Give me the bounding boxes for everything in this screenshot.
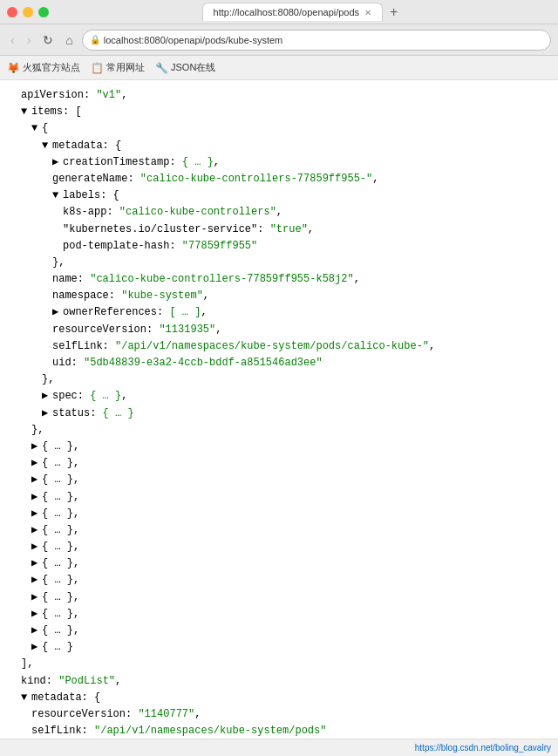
minimize-button[interactable] xyxy=(23,7,33,17)
collapse-arrow[interactable]: ▶ xyxy=(52,304,63,321)
json-punct: , xyxy=(214,156,220,168)
close-button[interactable] xyxy=(7,7,17,17)
collapse-arrow[interactable]: ▶ xyxy=(31,623,42,639)
tab-close-button[interactable]: ✕ xyxy=(364,8,371,17)
json-line: ▶ { … }, xyxy=(10,455,548,472)
json-key: selfLink: xyxy=(31,725,94,737)
security-icon: 🔒 xyxy=(90,35,100,44)
json-key: creationTimestamp: xyxy=(63,156,182,168)
json-line: ▶ { … }, xyxy=(10,439,548,455)
json-line: kind: "PodList", xyxy=(10,673,548,690)
json-key: apiVersion: xyxy=(21,89,96,101)
json-content: apiVersion: "v1",▼ items: [▼ {▼ metadata… xyxy=(0,80,558,739)
json-punct: , xyxy=(121,390,127,402)
json-line: ▶ { … }, xyxy=(10,472,548,488)
json-line: ▶ spec: { … }, xyxy=(10,388,548,405)
json-key: metadata: xyxy=(52,140,115,152)
json-line: apiVersion: "v1", xyxy=(10,87,548,104)
json-line: ▶ { … }, xyxy=(10,606,548,623)
bookmark-json[interactable]: 🔧 JSON在线 xyxy=(155,61,215,74)
json-line: name: "calico-kube-controllers-77859ff95… xyxy=(10,271,548,288)
bookmark-common[interactable]: 📋 常用网址 xyxy=(91,61,145,74)
status-url: https://blog.csdn.net/boling_cavalry xyxy=(415,743,551,753)
collapse-arrow[interactable]: ▶ xyxy=(31,489,42,506)
statusbar: https://blog.csdn.net/boling_cavalry xyxy=(0,739,558,756)
json-line: ▶ { … }, xyxy=(10,522,548,539)
collapse-arrow[interactable]: ▶ xyxy=(31,539,42,555)
collapse-arrow[interactable]: ▼ xyxy=(21,104,31,120)
active-tab[interactable]: http://localhost:8080/openapi/pods ✕ xyxy=(202,3,384,21)
json-line: ▶ { … } xyxy=(10,639,548,656)
json-line: ▶ { … }, xyxy=(10,555,548,572)
json-key: { … } xyxy=(42,457,73,469)
json-line: ▼ metadata: { xyxy=(10,690,548,706)
json-value: "5db48839-e3a2-4ccb-bddf-a851546ad3ee" xyxy=(84,357,323,369)
json-punct: , xyxy=(194,708,201,720)
json-punct: , xyxy=(115,675,121,687)
new-tab-button[interactable]: + xyxy=(390,4,398,20)
forward-button[interactable]: › xyxy=(24,31,35,49)
json-key: generateName: xyxy=(52,173,140,185)
titlebar: http://localhost:8080/openapi/pods ✕ + xyxy=(0,0,558,24)
collapse-arrow[interactable]: ▶ xyxy=(31,522,42,539)
json-line: ▶ status: { … } xyxy=(10,405,548,422)
json-punct: , xyxy=(73,491,79,503)
json-key: uid: xyxy=(52,357,84,369)
bookmarks-bar: 🦊 火狐官方站点 📋 常用网址 🔧 JSON在线 xyxy=(0,56,558,80)
json-line: generateName: "calico-kube-controllers-7… xyxy=(10,171,548,187)
json-value: [ … ] xyxy=(169,306,201,318)
json-line: ▶ { … }, xyxy=(10,623,548,639)
bookmark-firefox[interactable]: 🦊 火狐官方站点 xyxy=(7,61,80,74)
json-key: metadata: xyxy=(31,691,94,704)
collapse-arrow[interactable]: ▼ xyxy=(21,690,31,706)
json-punct: , xyxy=(308,223,314,235)
json-key: { … } xyxy=(42,507,73,520)
collapse-arrow[interactable]: ▶ xyxy=(31,472,42,488)
json-value: "true" xyxy=(270,223,308,235)
collapse-arrow[interactable]: ▶ xyxy=(31,439,42,455)
json-key: { … } xyxy=(42,574,73,586)
json-key: { xyxy=(42,122,48,134)
maximize-button[interactable] xyxy=(38,7,49,17)
json-punct: , xyxy=(203,289,209,302)
json-punct: , xyxy=(73,624,79,637)
json-line: ▼ { xyxy=(10,120,548,137)
json-punct: [ xyxy=(75,106,81,118)
collapse-arrow[interactable]: ▶ xyxy=(42,388,52,405)
collapse-arrow[interactable]: ▶ xyxy=(31,572,42,589)
bookmark-json-label: JSON在线 xyxy=(171,61,215,74)
collapse-arrow[interactable]: ▶ xyxy=(31,455,42,472)
json-line: }, xyxy=(10,371,548,388)
json-punct: , xyxy=(73,473,79,486)
tab-bar: http://localhost:8080/openapi/pods ✕ + xyxy=(49,3,551,21)
json-value: "calico-kube-controllers-77859ff955-k58j… xyxy=(90,273,353,285)
json-punct: , xyxy=(372,173,378,185)
back-button[interactable]: ‹ xyxy=(7,31,18,49)
collapse-arrow[interactable]: ▶ xyxy=(31,589,42,606)
json-line: namespace: "kube-system", xyxy=(10,288,548,304)
json-punct: , xyxy=(73,557,79,569)
collapse-arrow[interactable]: ▼ xyxy=(52,187,63,204)
address-bar[interactable]: 🔒 localhost:8080/openapi/pods/kube-syste… xyxy=(82,30,551,51)
json-line: ▶ { … }, xyxy=(10,539,548,555)
json-value: "kube-system" xyxy=(121,289,203,302)
collapse-arrow[interactable]: ▶ xyxy=(31,506,42,522)
json-punct: , xyxy=(73,591,79,603)
collapse-arrow[interactable]: ▶ xyxy=(52,154,63,171)
json-key: { … } xyxy=(42,608,73,620)
json-value: { … } xyxy=(90,390,121,402)
collapse-arrow[interactable]: ▶ xyxy=(31,555,42,572)
home-button[interactable]: ⌂ xyxy=(62,31,76,49)
json-key: items: xyxy=(31,106,75,118)
collapse-arrow[interactable]: ▶ xyxy=(31,606,42,623)
collapse-arrow[interactable]: ▶ xyxy=(42,405,52,422)
collapse-arrow[interactable]: ▼ xyxy=(31,120,42,137)
json-line: ▼ items: [ xyxy=(10,104,548,120)
reload-button[interactable]: ↻ xyxy=(39,31,57,49)
json-key: { … } xyxy=(42,541,73,553)
collapse-arrow[interactable]: ▼ xyxy=(42,138,52,154)
json-key: k8s-app: xyxy=(63,206,119,218)
collapse-arrow[interactable]: ▶ xyxy=(31,639,42,656)
json-punct: { xyxy=(115,140,121,152)
json-punct: , xyxy=(73,457,79,469)
